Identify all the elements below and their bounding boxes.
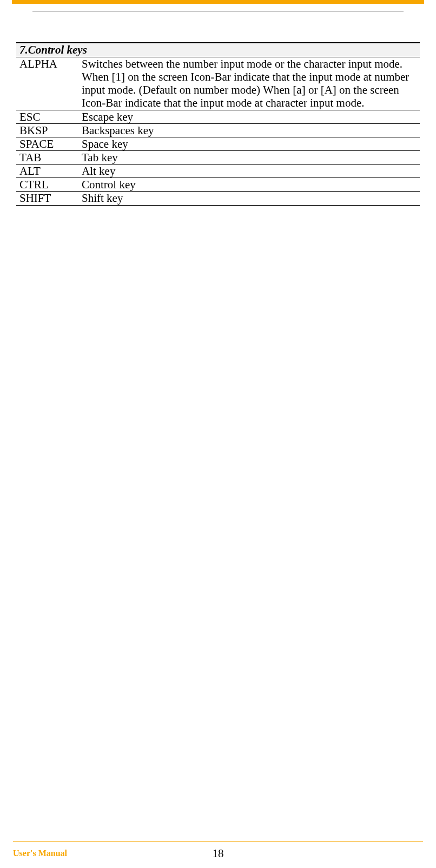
key-cell: BKSP xyxy=(16,123,78,137)
key-cell: CTRL xyxy=(16,178,78,192)
key-cell: SPACE xyxy=(16,137,78,150)
key-cell: ESC xyxy=(16,110,78,123)
desc-cell: Backspaces key xyxy=(78,123,420,137)
table-row: CTRLControl key xyxy=(16,178,420,192)
desc-cell: Control key xyxy=(78,178,420,192)
table-row: BKSPBackspaces key xyxy=(16,123,420,137)
table-row: ESCEscape key xyxy=(16,110,420,123)
footer: 18 User's Manual xyxy=(13,849,423,858)
top-orange-border xyxy=(12,0,424,4)
control-keys-table: 7.Control keys ALPHASwitches between the… xyxy=(16,42,420,206)
desc-cell: Tab key xyxy=(78,150,420,164)
table-row: ALPHASwitches between the number input m… xyxy=(16,57,420,110)
header-rule xyxy=(32,11,404,11)
key-cell: TAB xyxy=(16,150,78,164)
key-cell: ALPHA xyxy=(16,57,78,110)
content-area: 7.Control keys ALPHASwitches between the… xyxy=(16,42,420,206)
table-row: SPACESpace key xyxy=(16,137,420,150)
desc-cell: Space key xyxy=(78,137,420,150)
desc-cell: Switches between the number input mode o… xyxy=(78,57,420,110)
table-row: TABTab key xyxy=(16,150,420,164)
footer-rule xyxy=(13,841,423,842)
desc-cell: Shift key xyxy=(78,192,420,205)
page-number: 18 xyxy=(13,847,423,860)
desc-cell: Escape key xyxy=(78,110,420,123)
table-row: SHIFTShift key xyxy=(16,192,420,205)
desc-cell: Alt key xyxy=(78,165,420,178)
key-cell: SHIFT xyxy=(16,192,78,205)
table-body: ALPHASwitches between the number input m… xyxy=(16,57,420,206)
table-row: ALTAlt key xyxy=(16,165,420,178)
section-title: 7.Control keys xyxy=(16,43,420,57)
key-cell: ALT xyxy=(16,165,78,178)
